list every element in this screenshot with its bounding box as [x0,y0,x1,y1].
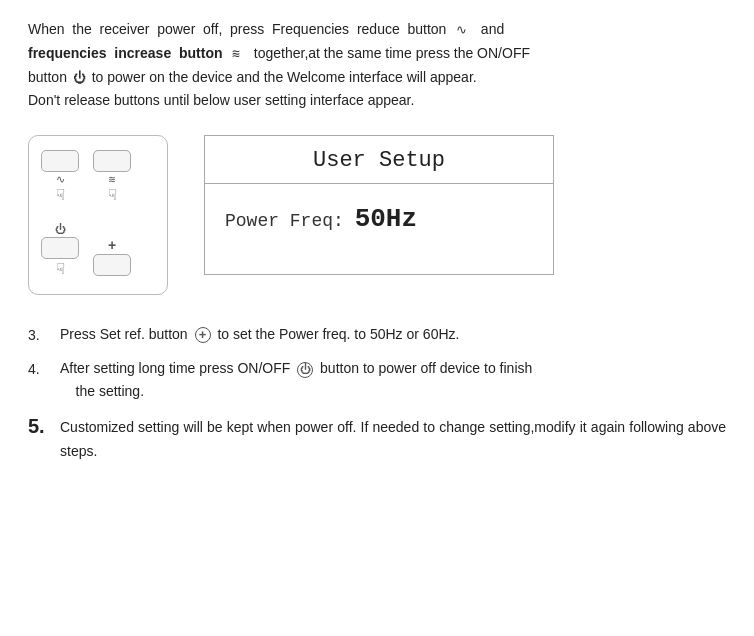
setref-button-group: + [93,238,131,276]
increase-hand: ☟ [108,187,117,202]
increase-symbol: ≋ [109,174,116,185]
intro-line2: frequencies increase button ≋ together,a… [28,45,530,61]
reduce-button-group: ∿ ☟ [41,150,79,202]
step-4-num: 4. [28,357,60,403]
step-3-text: Press Set ref. button + to set the Power… [60,323,726,347]
power-btn-shape [41,237,79,259]
increase-freq-icon: ≋ [232,43,240,65]
step-5: 5. Customized setting will be kept when … [28,413,726,462]
step-5-text: Customized setting will be kept when pow… [60,413,726,462]
user-setup-title: User Setup [205,136,553,184]
intro-line3: button ⏻ to power on the device and the … [28,69,477,85]
increase-button-group: ≋ ☟ [93,150,131,202]
intro-paragraph: When the receiver power off, press Frequ… [28,18,726,113]
step-3: 3. Press Set ref. button + to set the Po… [28,323,726,347]
circle-power-icon: ⏻ [297,362,313,378]
user-setup-body: Power Freq: 50Hz [205,184,553,258]
intro-line1: When the receiver power off, press Frequ… [28,21,504,37]
top-button-row: ∿ ☟ ≋ ☟ [41,150,155,202]
setref-btn-shape [93,254,131,276]
step-3-num: 3. [28,323,60,347]
power-icon-inline: ⏻ [73,67,86,89]
power-freq-value: 50Hz [355,204,417,234]
intro-line4: Don't release buttons until below user s… [28,92,414,108]
diagram-area: ∿ ☟ ≋ ☟ ⏻ ☟ + User Setup Power [28,135,726,295]
steps-section: 3. Press Set ref. button + to set the Po… [28,323,726,462]
step-4-text: After setting long time press ON/OFF ⏻ b… [60,357,726,403]
step-5-num: 5. [28,413,60,462]
bottom-button-row: ⏻ ☟ + [41,224,155,276]
step-4: 4. After setting long time press ON/OFF … [28,357,726,403]
circle-plus-icon: + [195,327,211,343]
increase-btn-shape [93,150,131,172]
power-freq-label: Power Freq: [225,211,344,231]
power-hand: ☟ [56,261,65,276]
reduce-symbol: ∿ [56,174,65,185]
user-setup-box: User Setup Power Freq: 50Hz [204,135,554,275]
setref-plus-symbol: + [108,238,116,252]
reduce-hand: ☟ [56,187,65,202]
power-onoff-symbol: ⏻ [55,224,66,235]
power-button-group: ⏻ ☟ [41,224,79,276]
reduce-freq-icon: ∿ [456,19,467,41]
reduce-btn-shape [41,150,79,172]
device-illustration: ∿ ☟ ≋ ☟ ⏻ ☟ + [28,135,168,295]
